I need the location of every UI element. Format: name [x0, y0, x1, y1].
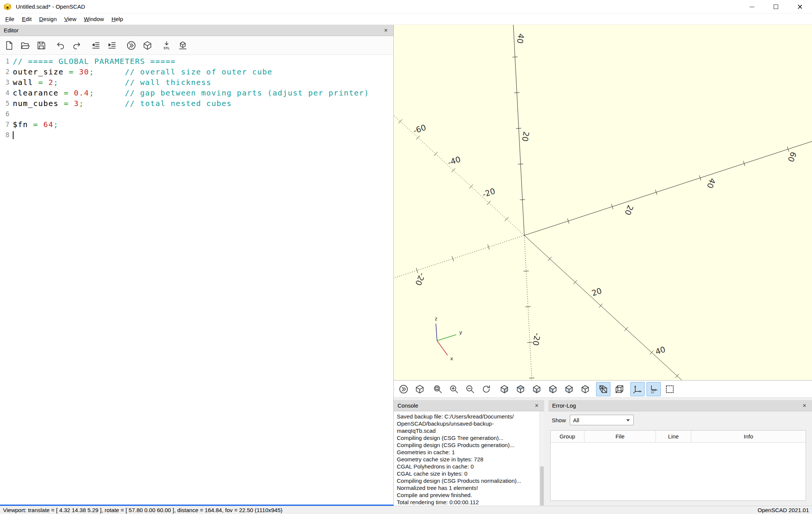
render-button[interactable]	[141, 39, 154, 52]
code-text: wall = 2; // wall thickness	[13, 77, 211, 88]
view-top-button[interactable]	[513, 382, 528, 396]
orientation-gizmo: zyx	[420, 314, 473, 367]
render-icon	[143, 41, 152, 50]
chevron-down-icon	[626, 419, 630, 422]
svg-text:-60: -60	[412, 123, 427, 135]
indent-button[interactable]	[105, 39, 119, 52]
code-line: 2outer_size = 30; // overall size of out…	[0, 67, 393, 77]
view-bottom-button[interactable]	[530, 382, 544, 396]
console-line: Compiling design (CSG Products generatio…	[397, 441, 536, 449]
export-stl-icon: STL	[162, 41, 172, 50]
view-left-icon	[548, 384, 558, 394]
openscad-logo-icon	[3, 2, 12, 11]
console-line: Total rendering time: 0:00:00.112	[397, 499, 536, 506]
indent-icon	[107, 41, 117, 50]
preview-icon	[399, 384, 408, 394]
error-log-close-button[interactable]: ×	[800, 400, 809, 411]
3d-viewport[interactable]: 2040-20-40-60204060-202040-20 zyx	[394, 25, 812, 381]
console-output[interactable]: Saved backup file: C:/Users/kread/Docume…	[394, 411, 544, 507]
save-button[interactable]	[35, 39, 48, 52]
print-3d-button[interactable]	[176, 39, 190, 52]
zoom-in-button[interactable]	[447, 382, 461, 396]
console-title: Console	[398, 402, 418, 409]
open-folder-icon	[20, 41, 30, 50]
close-window-button[interactable]	[788, 0, 812, 14]
preview-icon	[126, 41, 136, 50]
console-line: Compile and preview finished.	[397, 491, 536, 499]
maximize-button[interactable]	[764, 0, 788, 14]
error-log-title: Error-Log	[552, 402, 576, 409]
scrollbar-thumb[interactable]	[540, 466, 544, 506]
view-left-button[interactable]	[546, 382, 560, 396]
show-scale-markers-button[interactable]: 10	[647, 382, 661, 396]
openscad-window: Untitled.scad* - OpenSCAD FileEditDesign…	[0, 0, 812, 514]
menu-item-view[interactable]: View	[61, 14, 80, 24]
console-scrollbar[interactable]	[539, 411, 544, 507]
window-title: Untitled.scad* - OpenSCAD	[16, 3, 85, 10]
code-editor[interactable]: 1// ===== GLOBAL PARAMETERS =====2outer_…	[0, 55, 393, 505]
zoom-all-button[interactable]	[431, 382, 445, 396]
view-back-icon	[580, 384, 590, 394]
orthographic-icon	[615, 384, 624, 394]
open-folder-button[interactable]	[18, 39, 32, 52]
panel-splitter[interactable]	[544, 400, 548, 508]
unindent-icon	[91, 41, 101, 50]
preview-button[interactable]	[396, 382, 411, 396]
zoom-out-button[interactable]	[463, 382, 477, 396]
show-filter-row: Show All	[550, 414, 806, 426]
orthographic-button[interactable]	[612, 382, 627, 396]
view-back-button[interactable]	[578, 382, 592, 396]
menu-item-file[interactable]: File	[2, 14, 18, 24]
svg-text:20: 20	[520, 131, 531, 142]
export-stl-button[interactable]: STL	[160, 39, 173, 52]
column-header-group[interactable]: Group	[551, 431, 584, 443]
window-controls	[740, 0, 812, 14]
menu-item-window[interactable]: Window	[80, 14, 108, 24]
code-text: clearance = 0.4; // gap between moving p…	[13, 88, 369, 98]
reset-view-button[interactable]	[479, 382, 493, 396]
column-header-line[interactable]: Line	[656, 431, 691, 443]
code-text: num_cubes = 3; // total nested cubes	[13, 98, 232, 109]
column-header-info[interactable]: Info	[691, 431, 806, 443]
view-right-button[interactable]	[497, 382, 511, 396]
redo-button[interactable]	[70, 39, 83, 52]
view-all-icon	[665, 384, 675, 394]
line-number: 4	[0, 88, 13, 98]
show-label: Show	[552, 417, 566, 423]
line-number: 2	[0, 67, 13, 77]
show-axes-button[interactable]	[630, 382, 645, 396]
console-line: Normalized tree has 1 elements!	[397, 484, 536, 491]
show-filter-value: All	[573, 417, 580, 423]
view-front-button[interactable]	[562, 382, 576, 396]
minimize-button[interactable]	[740, 0, 764, 14]
render-button[interactable]	[413, 382, 427, 396]
undo-button[interactable]	[54, 39, 67, 52]
code-line: 6	[0, 109, 393, 119]
preview-button[interactable]	[124, 39, 138, 52]
console-close-button[interactable]: ×	[532, 400, 541, 411]
new-file-button[interactable]	[2, 39, 16, 52]
column-header-file[interactable]: File	[584, 431, 656, 443]
menu-item-design[interactable]: Design	[35, 14, 61, 24]
svg-text:STL: STL	[164, 46, 170, 50]
right-side: 2040-20-40-60204060-202040-20 zyx 10 Con…	[394, 25, 812, 506]
svg-text:60: 60	[786, 150, 798, 163]
maximize-icon	[774, 5, 778, 9]
error-log-header: Error-Log ×	[548, 400, 812, 411]
console-line: maeqIqTb.scad	[397, 427, 536, 434]
line-number: 1	[0, 56, 13, 67]
perspective-button[interactable]	[596, 382, 610, 396]
unindent-button[interactable]	[89, 39, 103, 52]
editor-header: Editor ×	[0, 25, 393, 36]
editor-close-button[interactable]: ×	[381, 25, 390, 36]
svg-text:40: 40	[515, 33, 525, 44]
view-all-button[interactable]	[663, 382, 677, 396]
show-axes-icon	[633, 384, 642, 394]
show-filter-dropdown[interactable]: All	[570, 415, 634, 425]
console-lines: Saved backup file: C:/Users/kread/Docume…	[397, 413, 536, 506]
title-bar: Untitled.scad* - OpenSCAD	[0, 0, 812, 14]
menu-item-edit[interactable]: Edit	[18, 14, 35, 24]
svg-text:-40: -40	[447, 155, 462, 167]
minimize-icon	[750, 7, 754, 7]
menu-item-help[interactable]: Help	[108, 14, 127, 24]
